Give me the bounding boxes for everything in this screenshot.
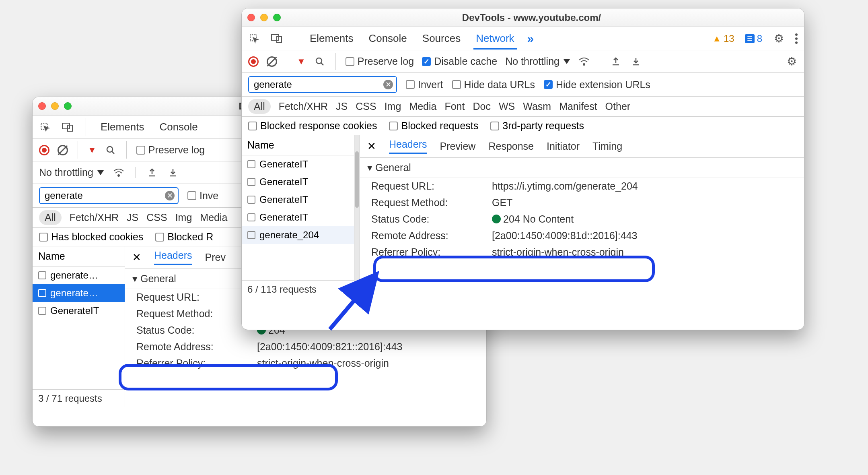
type-js[interactable]: JS <box>127 212 138 223</box>
close-icon[interactable] <box>247 14 255 21</box>
doc-icon <box>38 307 46 315</box>
more-tabs-icon[interactable]: » <box>527 32 534 45</box>
tab-console[interactable]: Console <box>157 116 200 138</box>
clear-filter-icon[interactable]: ✕ <box>165 191 175 200</box>
type-img[interactable]: Img <box>385 101 401 112</box>
tab-timing[interactable]: Timing <box>592 140 622 152</box>
tab-preview[interactable]: Preview <box>440 140 476 152</box>
request-row[interactable]: GenerateIT <box>242 155 354 173</box>
tab-headers[interactable]: Headers <box>154 250 192 265</box>
menu-icon[interactable] <box>795 33 798 44</box>
scrollbar[interactable] <box>355 151 359 208</box>
name-header[interactable]: Name <box>33 246 125 266</box>
throttling-select[interactable]: No throttling <box>39 167 104 178</box>
filter-input[interactable]: ✕ <box>248 76 397 93</box>
tab-network[interactable]: Network <box>473 27 516 50</box>
general-section[interactable]: ▾ General <box>360 158 804 178</box>
filter-input[interactable]: ✕ <box>39 187 179 204</box>
request-count: 6 / 113 requests <box>242 280 354 298</box>
throttling-select[interactable]: No throttling <box>505 56 570 67</box>
search-icon[interactable] <box>314 56 326 68</box>
type-ws[interactable]: WS <box>499 101 515 112</box>
tab-preview[interactable]: Prev <box>205 252 226 263</box>
request-row[interactable]: GenerateIT <box>242 209 354 226</box>
clear-filter-icon[interactable]: ✕ <box>383 80 393 89</box>
type-other[interactable]: Other <box>605 101 631 112</box>
request-row[interactable]: GenerateIT <box>242 191 354 209</box>
kv-remote-address: Remote Address:[2a00:1450:4009:81d::2016… <box>360 227 804 244</box>
record-icon[interactable] <box>248 56 259 67</box>
request-row[interactable]: GenerateIT <box>33 302 125 320</box>
messages-badge[interactable]: ☰8 <box>745 33 762 44</box>
traffic-lights <box>247 14 281 21</box>
has-blocked-cookies-checkbox[interactable]: Has blocked cookies <box>39 231 143 243</box>
type-media[interactable]: Media <box>200 212 227 223</box>
tab-console[interactable]: Console <box>366 27 409 50</box>
type-js[interactable]: JS <box>336 101 348 112</box>
download-icon[interactable] <box>630 56 642 68</box>
wifi-icon[interactable] <box>113 167 125 179</box>
close-icon[interactable] <box>38 102 46 110</box>
minimize-icon[interactable] <box>51 102 59 110</box>
minimize-icon[interactable] <box>260 14 268 21</box>
disable-cache-checkbox[interactable]: ✓Disable cache <box>422 56 497 67</box>
close-detail-icon[interactable]: ✕ <box>367 140 376 153</box>
close-detail-icon[interactable]: ✕ <box>132 251 141 264</box>
inspect-icon[interactable] <box>248 33 260 45</box>
upload-icon[interactable] <box>610 56 622 68</box>
detail-panel: ✕ Headers Preview Response Initiator Tim… <box>360 135 804 298</box>
download-icon[interactable] <box>167 167 179 179</box>
type-wasm[interactable]: Wasm <box>523 101 551 112</box>
type-img[interactable]: Img <box>175 212 192 223</box>
hide-extension-urls-checkbox[interactable]: ✓Hide extension URLs <box>544 79 650 91</box>
network-settings-icon[interactable] <box>786 56 798 68</box>
clear-icon[interactable] <box>267 56 277 67</box>
tab-response[interactable]: Response <box>488 140 534 152</box>
record-icon[interactable] <box>39 145 49 155</box>
type-all[interactable]: All <box>39 210 62 225</box>
tab-elements[interactable]: Elements <box>307 27 356 50</box>
type-media[interactable]: Media <box>409 101 436 112</box>
window-title: DevTools - www.youtube.com/ <box>289 12 798 23</box>
type-all[interactable]: All <box>248 99 271 114</box>
type-fetchxhr[interactable]: Fetch/XHR <box>70 212 119 223</box>
tab-headers[interactable]: Headers <box>389 138 427 154</box>
request-row[interactable]: generate… <box>33 266 125 284</box>
blocked-cookies-checkbox[interactable]: Blocked response cookies <box>248 120 377 132</box>
third-party-checkbox[interactable]: 3rd-party requests <box>490 120 584 132</box>
type-font[interactable]: Font <box>444 101 465 112</box>
warnings-badge[interactable]: ▲13 <box>712 33 734 44</box>
filter-icon[interactable]: ▼ <box>88 145 97 155</box>
search-icon[interactable] <box>105 144 117 156</box>
type-css[interactable]: CSS <box>146 212 167 223</box>
inspect-icon[interactable] <box>39 121 51 133</box>
fullscreen-icon[interactable] <box>64 102 72 110</box>
hide-data-urls-checkbox[interactable]: Hide data URLs <box>452 79 535 91</box>
device-toggle-icon[interactable] <box>62 121 74 133</box>
type-css[interactable]: CSS <box>356 101 376 112</box>
clear-icon[interactable] <box>58 145 68 155</box>
type-manifest[interactable]: Manifest <box>559 101 597 112</box>
request-row[interactable]: generate_204 <box>242 226 354 244</box>
preserve-log-checkbox[interactable]: Preserve log <box>136 144 205 156</box>
blocked-requests-checkbox[interactable]: Blocked requests <box>389 120 478 132</box>
fullscreen-icon[interactable] <box>273 14 281 21</box>
type-fetchxhr[interactable]: Fetch/XHR <box>279 101 328 112</box>
type-doc[interactable]: Doc <box>473 101 490 112</box>
request-row[interactable]: GenerateIT <box>242 173 354 191</box>
titlebar[interactable]: DevTools - www.youtube.com/ <box>242 8 804 27</box>
wifi-icon[interactable] <box>578 56 590 68</box>
invert-checkbox[interactable]: Inve <box>187 190 218 202</box>
tab-elements[interactable]: Elements <box>98 116 146 138</box>
device-toggle-icon[interactable] <box>271 33 283 45</box>
tab-initiator[interactable]: Initiator <box>547 140 580 152</box>
settings-icon[interactable] <box>773 33 785 45</box>
tab-sources[interactable]: Sources <box>420 27 463 50</box>
invert-checkbox[interactable]: Invert <box>406 79 443 91</box>
blocked-req-checkbox[interactable]: Blocked R <box>155 231 213 243</box>
preserve-log-checkbox[interactable]: Preserve log <box>346 56 414 67</box>
request-row[interactable]: generate… <box>33 284 125 302</box>
upload-icon[interactable] <box>146 167 158 179</box>
name-header[interactable]: Name <box>242 135 354 155</box>
filter-icon[interactable]: ▼ <box>297 56 306 67</box>
